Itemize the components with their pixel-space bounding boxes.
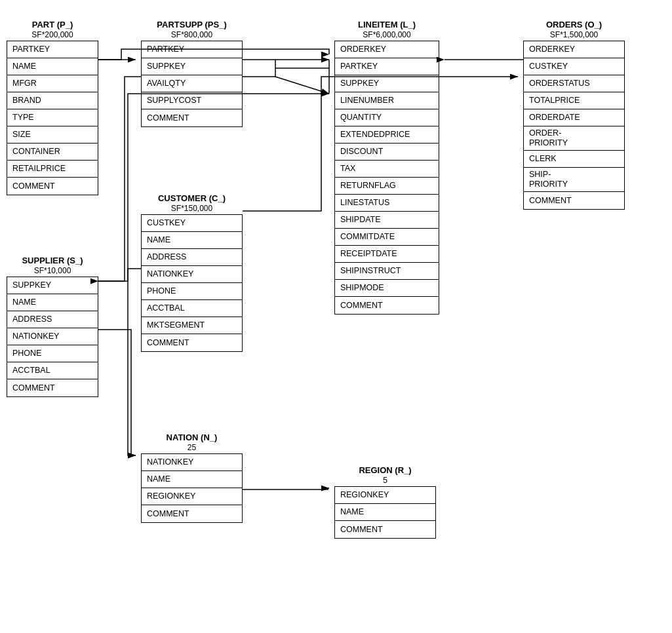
lineitem-commitdate: COMMITDATE: [335, 229, 439, 246]
orders-title: ORDERS (O_): [523, 20, 625, 29]
part-brand: BRAND: [7, 92, 98, 109]
supplier-address: ADDRESS: [7, 311, 98, 328]
customer-nationkey: NATIONKEY: [142, 266, 242, 283]
orders-orderpriority: ORDER-PRIORITY: [524, 126, 624, 151]
orders-subtitle: SF*1,500,000: [523, 30, 625, 39]
part-container: CONTAINER: [7, 144, 98, 161]
customer-custkey: CUSTKEY: [142, 215, 242, 232]
lineitem-returnflag: RETURNFLAG: [335, 178, 439, 195]
nation-title: NATION (N_): [141, 432, 243, 442]
orders-orderstatus: ORDERSTATUS: [524, 75, 624, 92]
arrow-partsupp-suppkey-supplier: [98, 77, 141, 281]
lineitem-shipmode: SHIPMODE: [335, 280, 439, 297]
part-name: NAME: [7, 58, 98, 75]
lineitem-orderkey: ORDERKEY: [335, 41, 439, 58]
table-lineitem: LINEITEM (L_) SF*6,000,000 ORDERKEY PART…: [334, 20, 439, 315]
region-name: NAME: [335, 504, 435, 521]
partsupp-supplycost: SUPPLYCOST: [142, 92, 242, 109]
part-mfgr: MFGR: [7, 75, 98, 92]
lineitem-receiptdate: RECEIPTDATE: [335, 246, 439, 263]
lineitem-discount: DISCOUNT: [335, 144, 439, 161]
lineitem-suppkey: SUPPKEY: [335, 75, 439, 92]
arrow-to-lineitem-suppkey: [275, 77, 329, 94]
table-nation: NATION (N_) 25 NATIONKEY NAME REGIONKEY …: [141, 432, 243, 523]
lineitem-linenumber: LINENUMBER: [335, 92, 439, 109]
partsupp-fields: PARTKEY SUPPKEY AVAILQTY SUPPLYCOST COMM…: [141, 41, 243, 127]
customer-name: NAME: [142, 232, 242, 249]
customer-acctbal: ACCTBAL: [142, 300, 242, 317]
supplier-acctbal: ACCTBAL: [7, 362, 98, 379]
partsupp-partkey: PARTKEY: [142, 41, 242, 58]
region-subtitle: 5: [334, 476, 436, 485]
orders-shippriority: SHIP-PRIORITY: [524, 168, 624, 192]
customer-subtitle: SF*150,000: [141, 204, 243, 213]
table-part: PART (P_) SF*200,000 PARTKEY NAME MFGR B…: [7, 20, 98, 195]
lineitem-fields: ORDERKEY PARTKEY SUPPKEY LINENUMBER QUAN…: [334, 41, 439, 315]
hidden: [275, 60, 329, 77]
orders-fields: ORDERKEY CUSTKEY ORDERSTATUS TOTALPRICE …: [523, 41, 625, 210]
lineitem-extendedprice: EXTENDEDPRICE: [335, 126, 439, 144]
orders-orderdate: ORDERDATE: [524, 109, 624, 126]
part-comment: COMMENT: [7, 178, 98, 195]
nation-comment: COMMENT: [142, 505, 242, 522]
table-supplier: SUPPLIER (S_) SF*10,000 SUPPKEY NAME ADD…: [7, 256, 98, 397]
arrow-supplier-nationkey-nation: [98, 330, 136, 455]
orders-custkey: CUSTKEY: [524, 58, 624, 75]
customer-mktsegment: MKTSEGMENT: [142, 317, 242, 334]
orders-orderkey: ORDERKEY: [524, 41, 624, 58]
part-retailprice: RETAILPRICE: [7, 161, 98, 178]
nation-regionkey: REGIONKEY: [142, 488, 242, 505]
lineitem-shipdate: SHIPDATE: [335, 212, 439, 229]
lineitem-comment: COMMENT: [335, 297, 439, 314]
partsupp-suppkey: SUPPKEY: [142, 58, 242, 75]
customer-phone: PHONE: [142, 283, 242, 300]
lineitem-subtitle: SF*6,000,000: [334, 30, 439, 39]
part-type: TYPE: [7, 109, 98, 126]
part-partkey: PARTKEY: [7, 41, 98, 58]
erd-diagram: PART (P_) SF*200,000 PARTKEY NAME MFGR B…: [0, 0, 672, 633]
supplier-name: NAME: [7, 294, 98, 311]
supplier-nationkey: NATIONKEY: [7, 328, 98, 345]
partsupp-subtitle: SF*800,000: [141, 30, 243, 39]
table-orders: ORDERS (O_) SF*1,500,000 ORDERKEY CUSTKE…: [523, 20, 625, 210]
supplier-comment: COMMENT: [7, 379, 98, 396]
part-title: PART (P_): [7, 20, 98, 29]
lineitem-shipinstruct: SHIPINSTRUCT: [335, 263, 439, 280]
supplier-phone: PHONE: [7, 345, 98, 362]
supplier-fields: SUPPKEY NAME ADDRESS NATIONKEY PHONE ACC…: [7, 277, 98, 397]
supplier-title: SUPPLIER (S_): [7, 256, 98, 265]
table-partsupp: PARTSUPP (PS_) SF*800,000 PARTKEY SUPPKE…: [141, 20, 243, 127]
orders-totalprice: TOTALPRICE: [524, 92, 624, 109]
region-regionkey: REGIONKEY: [335, 487, 435, 504]
lineitem-partkey: PARTKEY: [335, 58, 439, 75]
supplier-suppkey: SUPPKEY: [7, 277, 98, 294]
lineitem-linestatus: LINESTATUS: [335, 195, 439, 212]
nation-nationkey: NATIONKEY: [142, 454, 242, 471]
lineitem-quantity: QUANTITY: [335, 109, 439, 126]
arrow-nation-regionkey-region: [243, 488, 329, 489]
customer-title: CUSTOMER (C_): [141, 193, 243, 203]
arrow-customer-nationkey-nation: [128, 269, 141, 455]
lineitem-tax: TAX: [335, 161, 439, 178]
part-subtitle: SF*200,000: [7, 30, 98, 39]
supplier-subtitle: SF*10,000: [7, 266, 98, 275]
table-region: REGION (R_) 5 REGIONKEY NAME COMMENT: [334, 465, 436, 539]
table-customer: CUSTOMER (C_) SF*150,000 CUSTKEY NAME AD…: [141, 193, 243, 352]
nation-fields: NATIONKEY NAME REGIONKEY COMMENT: [141, 453, 243, 523]
customer-fields: CUSTKEY NAME ADDRESS NATIONKEY PHONE ACC…: [141, 214, 243, 352]
nation-subtitle: 25: [141, 443, 243, 452]
nation-name: NAME: [142, 471, 242, 488]
part-fields: PARTKEY NAME MFGR BRAND TYPE SIZE CONTAI…: [7, 41, 98, 195]
customer-comment: COMMENT: [142, 334, 242, 351]
partsupp-availqty: AVAILQTY: [142, 75, 242, 92]
region-fields: REGIONKEY NAME COMMENT: [334, 486, 436, 539]
partsupp-comment: COMMENT: [142, 109, 242, 126]
part-size: SIZE: [7, 126, 98, 144]
region-comment: COMMENT: [335, 521, 435, 538]
customer-address: ADDRESS: [142, 249, 242, 266]
region-title: REGION (R_): [334, 465, 436, 475]
orders-comment: COMMENT: [524, 192, 624, 209]
lineitem-title: LINEITEM (L_): [334, 20, 439, 29]
partsupp-title: PARTSUPP (PS_): [141, 20, 243, 29]
orders-clerk: CLERK: [524, 151, 624, 168]
